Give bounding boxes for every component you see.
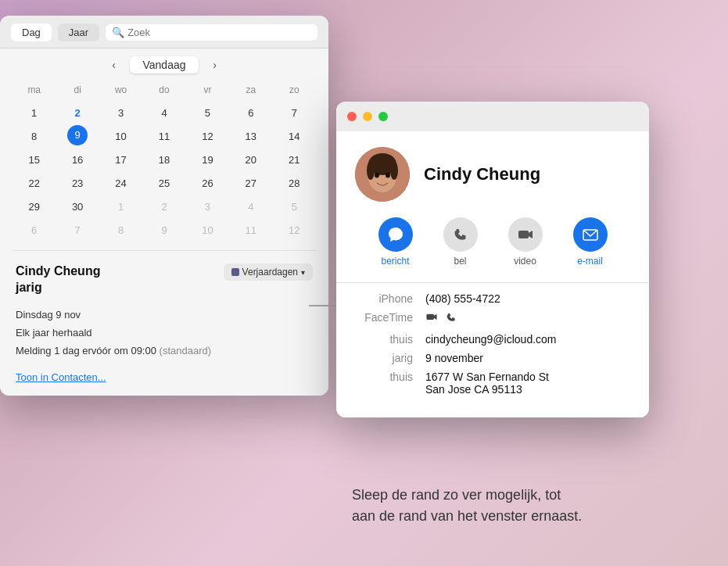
close-button[interactable] xyxy=(347,112,357,121)
call-button[interactable]: bel xyxy=(443,217,478,267)
contact-body: Cindy Cheung bericht bel xyxy=(336,131,649,417)
facetime-label: FaceTime xyxy=(355,311,425,324)
tab-dag[interactable]: Dag xyxy=(11,23,52,41)
day-21[interactable]: 21 xyxy=(273,149,316,172)
calendar-titlebar: Dag Jaar 🔍 xyxy=(0,16,328,48)
facetime-row: FaceTime xyxy=(355,311,630,327)
event-header: Cindy Cheung jarig Verjaardagen ▾ xyxy=(16,263,313,296)
badge-color-swatch xyxy=(231,268,239,276)
day-12b[interactable]: 12 xyxy=(273,219,316,242)
svg-point-6 xyxy=(386,173,390,178)
day-25[interactable]: 25 xyxy=(142,172,185,195)
tab-jaar[interactable]: Jaar xyxy=(58,23,99,41)
day-17[interactable]: 17 xyxy=(99,149,142,172)
svg-marker-11 xyxy=(434,314,437,320)
day-19[interactable]: 19 xyxy=(186,149,229,172)
day-16[interactable]: 16 xyxy=(56,149,99,172)
email-button[interactable]: e-mail xyxy=(573,217,608,267)
weekday-di: di xyxy=(56,81,99,99)
weekday-do: do xyxy=(142,81,185,99)
message-button[interactable]: bericht xyxy=(378,217,413,267)
avatar-face xyxy=(355,147,410,202)
day-1b[interactable]: 1 xyxy=(99,195,142,219)
svg-rect-7 xyxy=(518,231,529,238)
email-label: e-mail xyxy=(577,256,603,267)
day-26[interactable]: 26 xyxy=(186,172,229,195)
day-20[interactable]: 20 xyxy=(229,149,272,172)
day-9b[interactable]: 9 xyxy=(142,219,185,242)
day-8[interactable]: 8 xyxy=(13,125,56,149)
weekday-wo: wo xyxy=(99,81,142,99)
email-row: thuis cindycheung9@icloud.com xyxy=(355,333,630,346)
day-9-today[interactable]: 9 xyxy=(67,125,88,145)
event-details: Dinsdag 9 nov Elk jaar herhaald Melding … xyxy=(16,306,313,360)
calendar-header: ma di wo do vr za zo xyxy=(13,81,316,99)
search-input[interactable] xyxy=(127,27,311,38)
day-1[interactable]: 1 xyxy=(13,102,56,125)
day-7[interactable]: 7 xyxy=(273,102,316,125)
day-11b[interactable]: 11 xyxy=(229,219,272,242)
day-4b[interactable]: 4 xyxy=(229,195,272,219)
day-10b[interactable]: 10 xyxy=(186,219,229,242)
day-22[interactable]: 22 xyxy=(13,172,56,195)
video-label: video xyxy=(514,256,536,267)
day-5b[interactable]: 5 xyxy=(273,195,316,219)
minimize-button[interactable] xyxy=(363,112,372,121)
weekday-za: za xyxy=(229,81,272,99)
day-2[interactable]: 2 xyxy=(56,102,99,125)
day-23[interactable]: 23 xyxy=(56,172,99,195)
maximize-button[interactable] xyxy=(378,112,388,121)
day-13[interactable]: 13 xyxy=(229,125,272,149)
search-bar[interactable]: 🔍 xyxy=(106,24,317,41)
day-10[interactable]: 10 xyxy=(99,125,142,149)
contact-titlebar xyxy=(336,102,649,131)
day-30[interactable]: 30 xyxy=(56,195,99,219)
day-5[interactable]: 5 xyxy=(186,102,229,125)
calendar-nav: ‹ Vandaag › xyxy=(0,48,328,78)
day-28[interactable]: 28 xyxy=(273,172,316,195)
svg-rect-10 xyxy=(426,314,433,320)
week-6: 6 7 8 9 10 11 12 xyxy=(13,219,316,242)
day-18[interactable]: 18 xyxy=(142,149,185,172)
calendar-badge-button[interactable]: Verjaardagen ▾ xyxy=(224,263,313,281)
day-7b[interactable]: 7 xyxy=(56,219,99,242)
day-6[interactable]: 6 xyxy=(229,102,272,125)
address-row: thuis 1677 W San Fernando St San Jose CA… xyxy=(355,371,630,396)
birthday-label: jarig xyxy=(355,352,425,364)
contact-info-divider xyxy=(336,282,649,283)
day-6b[interactable]: 6 xyxy=(13,219,56,242)
address-label: thuis xyxy=(355,371,425,383)
weekday-zo: zo xyxy=(273,81,316,99)
day-29[interactable]: 29 xyxy=(13,195,56,219)
next-month-button[interactable]: › xyxy=(206,56,224,73)
call-icon xyxy=(443,217,478,252)
weekday-ma: ma xyxy=(13,81,56,99)
email-value[interactable]: cindycheung9@icloud.com xyxy=(425,333,630,346)
phone-value[interactable]: (408) 555-4722 xyxy=(425,292,630,305)
action-buttons: bericht bel video xyxy=(355,217,630,267)
contact-name: Cindy Cheung xyxy=(424,164,540,184)
week-5: 29 30 1 2 3 4 5 xyxy=(13,195,316,219)
facetime-audio-icon[interactable] xyxy=(446,311,457,327)
day-12[interactable]: 12 xyxy=(186,125,229,149)
video-button[interactable]: video xyxy=(508,217,543,267)
event-title: Cindy Cheung jarig xyxy=(16,263,100,296)
event-panel: Cindy Cheung jarig Verjaardagen ▾ Dinsda… xyxy=(0,251,328,396)
day-24[interactable]: 24 xyxy=(99,172,142,195)
day-27[interactable]: 27 xyxy=(229,172,272,195)
day-14[interactable]: 14 xyxy=(273,125,316,149)
birthday-value: 9 november xyxy=(425,352,630,364)
day-4[interactable]: 4 xyxy=(142,102,185,125)
facetime-video-icon[interactable] xyxy=(425,311,438,327)
week-2: 8 9 10 11 12 13 14 xyxy=(13,125,316,149)
prev-month-button[interactable]: ‹ xyxy=(105,56,122,73)
day-2b[interactable]: 2 xyxy=(142,195,185,219)
event-repeat: Elk jaar herhaald xyxy=(16,324,313,342)
day-15[interactable]: 15 xyxy=(13,149,56,172)
show-in-contacts-link[interactable]: Toon in Contacten... xyxy=(16,371,313,383)
today-button[interactable]: Vandaag xyxy=(130,56,198,73)
day-3b[interactable]: 3 xyxy=(186,195,229,219)
day-8b[interactable]: 8 xyxy=(99,219,142,242)
day-11[interactable]: 11 xyxy=(142,125,185,149)
day-3[interactable]: 3 xyxy=(99,102,142,125)
